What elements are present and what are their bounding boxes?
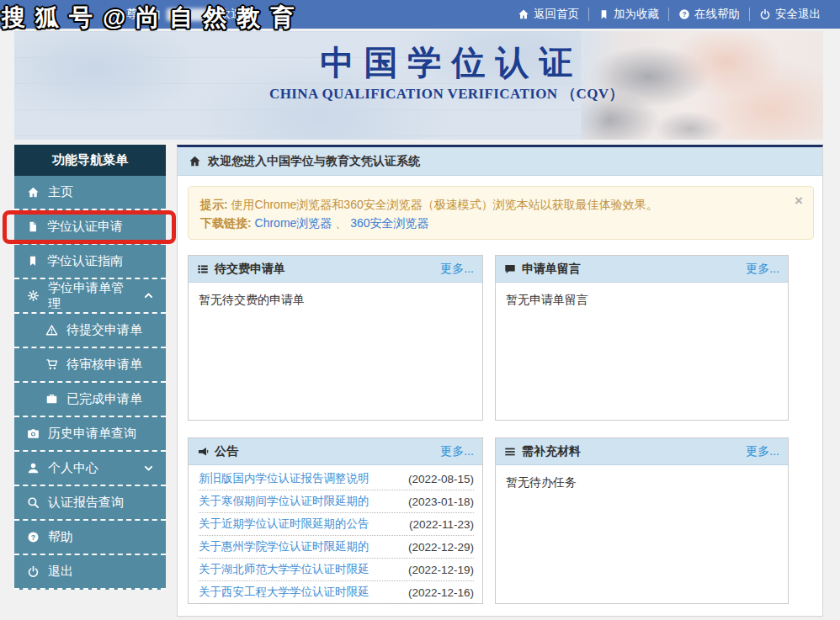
comment-icon [504, 263, 516, 275]
svg-text:?: ? [31, 533, 35, 542]
watermark-text: 搜狐号@尚自然教育 [2, 2, 304, 34]
announcement-row: 关于近期学位认证时限延期的公告 (2022-11-23) [199, 513, 474, 536]
megaphone-icon [197, 446, 209, 458]
home-icon [518, 8, 529, 20]
sidebar-item-pending-submit[interactable]: 待提交申请单 [14, 314, 166, 348]
close-icon[interactable]: × [795, 193, 803, 208]
announcement-date: (2022-12-29) [408, 541, 474, 554]
announcement-link[interactable]: 关于湖北师范大学学位认证时限延 [199, 562, 369, 577]
announcement-link[interactable]: 关于西安工程大学学位认证时限延 [199, 585, 369, 600]
announcement-link[interactable]: 新旧版国内学位认证报告调整说明 [199, 471, 369, 486]
sidebar-item-completed[interactable]: 已完成申请单 [14, 383, 166, 417]
safe-logout-label: 安全退出 [775, 7, 821, 22]
panel-empty-text: 暂无待办任务 [496, 465, 788, 501]
sidebar-item-degree-application[interactable]: 学位认证申请 [14, 210, 166, 245]
power-icon [759, 8, 771, 20]
briefcase-icon [45, 393, 58, 405]
online-help-link[interactable]: ? 在线帮助 [669, 7, 749, 22]
banner-photo-graduation-caps [581, 31, 823, 140]
announcement-date: (2022-12-16) [408, 586, 474, 599]
svg-text:?: ? [682, 10, 686, 19]
announcement-row: 关于湖北师范大学学位认证时限延 (2022-12-19) [199, 559, 474, 581]
notice-tip-text: 使用Chrome浏览器和360安全浏览器（极速模式）浏览本站以获取最佳体验效果。 [231, 198, 658, 211]
panel-empty-text: 暂无申请单留言 [496, 283, 788, 318]
help-circle-icon: ? [27, 531, 40, 543]
sidebar-item-label: 待审核申请单 [66, 357, 142, 373]
warning-icon [45, 324, 58, 336]
sidebar-item-label: 认证报告查询 [48, 495, 124, 511]
sidebar-item-label: 帮助 [48, 529, 73, 545]
panel-supplement-materials: 需补充材料 更多... 暂无待办任务 [495, 437, 789, 604]
360-download-link[interactable]: 360安全浏览器 [350, 216, 428, 230]
announcement-row: 关于寒假期间学位认证时限延期的 (2023-01-18) [199, 490, 474, 513]
welcome-title: 欢迎您进入中国学位与教育文凭认证系统 [208, 154, 420, 169]
browser-notice: 提示: 使用Chrome浏览器和360安全浏览器（极速模式）浏览本站以获取最佳体… [188, 186, 814, 240]
return-home-label: 返回首页 [534, 7, 579, 22]
sidebar-item-exit[interactable]: 退出 [14, 555, 166, 590]
notice-download-label: 下载链接: [200, 216, 252, 230]
add-favorite-label: 加为收藏 [614, 7, 659, 22]
announcement-row: 关于西安工程大学学位认证时限延 (2022-12-16) [199, 581, 474, 604]
camera-icon [27, 427, 40, 440]
sidebar-item-report-query[interactable]: 认证报告查询 [14, 486, 166, 521]
online-help-label: 在线帮助 [694, 7, 740, 22]
sidebar-item-degree-guide[interactable]: 学位认证指南 [14, 245, 166, 279]
sidebar-item-home[interactable]: 主页 [14, 176, 166, 210]
panel-title: 申请单留言 [522, 262, 581, 277]
announcement-row: 关于惠州学院学位认证时限延期的 (2022-12-29) [199, 536, 474, 559]
announcement-link[interactable]: 关于惠州学院学位认证时限延期的 [199, 539, 369, 554]
panel-header: 待交费申请单 更多... [189, 256, 482, 283]
chrome-download-link[interactable]: Chrome浏览器 [255, 216, 332, 230]
home-icon [189, 155, 201, 167]
welcome-bar: 欢迎您进入中国学位与教育文凭认证系统 [178, 147, 822, 176]
bookmark-icon [598, 9, 609, 20]
add-favorite-link[interactable]: 加为收藏 [589, 7, 668, 22]
sidebar-item-help[interactable]: ? 帮助 [14, 521, 166, 555]
chevron-down-icon [143, 463, 154, 474]
sidebar-item-application-management[interactable]: 学位申请单管理 [14, 279, 166, 314]
panel-empty-text: 暂无待交费的申请单 [189, 283, 482, 318]
sidebar-item-label: 退出 [48, 564, 73, 580]
more-link[interactable]: 更多... [746, 262, 779, 277]
more-link[interactable]: 更多... [440, 262, 474, 277]
align-justify-icon [504, 446, 516, 458]
notice-line2: 下载链接: Chrome浏览器 、 360安全浏览器 [200, 214, 801, 232]
sidebar-item-label: 待提交申请单 [66, 322, 142, 338]
more-link[interactable]: 更多... [440, 444, 474, 459]
gear-icon [27, 289, 40, 302]
notice-line1: 提示: 使用Chrome浏览器和360安全浏览器（极速模式）浏览本站以获取最佳体… [200, 195, 801, 214]
panel-title: 待交费申请单 [215, 262, 285, 277]
file-icon [27, 220, 39, 233]
return-home-link[interactable]: 返回首页 [508, 7, 588, 22]
announcement-link[interactable]: 关于近期学位认证时限延期的公告 [199, 517, 369, 532]
dashboard-panels: 待交费申请单 更多... 暂无待交费的申请单 申请单留言 更多... 暂无申请单… [188, 255, 822, 604]
panel-messages: 申请单留言 更多... 暂无申请单留言 [495, 255, 789, 421]
more-link[interactable]: 更多... [746, 444, 779, 459]
sidebar-item-label: 历史申请单查询 [48, 426, 136, 442]
panel-header: 申请单留言 更多... [496, 256, 788, 283]
list-icon [197, 263, 209, 275]
sidebar-item-personal-center[interactable]: 个人中心 [14, 452, 166, 486]
announcement-date: (2022-12-19) [408, 564, 474, 576]
sidebar-item-history-query[interactable]: 历史申请单查询 [14, 417, 166, 452]
announcement-link[interactable]: 关于寒假期间学位认证时限延期的 [199, 494, 369, 509]
sidebar-item-label: 学位认证指南 [47, 253, 123, 269]
home-icon [27, 186, 40, 199]
search-icon [27, 496, 40, 509]
announcement-date: (2022-11-23) [409, 518, 474, 531]
sidebar-item-pending-review[interactable]: 待审核申请单 [14, 348, 166, 383]
panel-title: 需补充材料 [522, 444, 581, 459]
top-nav: 返回首页 加为收藏 ? 在线帮助 安全退出 [508, 7, 830, 22]
link-separator: 、 [335, 216, 347, 230]
panel-header: 需补充材料 更多... [496, 438, 788, 465]
safe-logout-link[interactable]: 安全退出 [750, 7, 830, 22]
content-row: 功能导航菜单 主页 学位认证申请 学位认证指南 学位申请单管理 [14, 145, 823, 617]
announcement-row: 新旧版国内学位认证报告调整说明 (2022-08-15) [199, 468, 474, 490]
cart-icon [45, 358, 58, 371]
panel-announcements: 公告 更多... 新旧版国内学位认证报告调整说明 (2022-08-15) 关于… [188, 437, 483, 604]
power-icon [27, 565, 40, 578]
help-circle-icon: ? [678, 8, 690, 20]
notice-tip-label: 提示: [200, 198, 228, 211]
bookmark-icon [27, 255, 39, 268]
announcement-date: (2023-01-18) [408, 495, 474, 508]
